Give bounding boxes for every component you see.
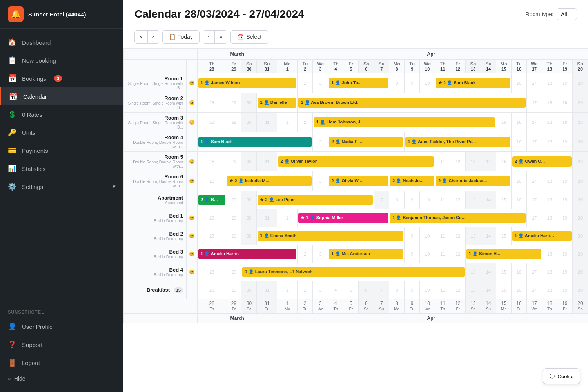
booking-bar-9-16[interactable]: 1 👤 Simon H... xyxy=(466,249,541,259)
booking-cell-0-7[interactable]: 1 👤 John To... xyxy=(328,73,389,93)
room-type-select[interactable]: All xyxy=(557,8,577,20)
booking-bar-4-19[interactable]: 2 👤 Owen O... xyxy=(512,156,572,167)
booking-bar-7-5[interactable]: ★ 1 👤 Sophia Miller xyxy=(298,213,388,223)
sidebar-item-payments[interactable]: 💳 Payments xyxy=(0,142,123,160)
booking-cell-4-4[interactable]: 2 👤 Oliver Taylor xyxy=(277,152,435,171)
bottom-date-19: 16Tu xyxy=(512,299,527,314)
booking-bar-9-0[interactable]: 1 👤 Amelia Harris xyxy=(198,249,296,259)
booking-cell-10-2[interactable]: 1 👤 Laura Timmons, LT Network xyxy=(241,263,466,281)
booking-bar-5-7[interactable]: 2 👤 Olivia W... xyxy=(329,176,388,186)
booking-cell-3-12[interactable]: 1 👤 Anne Fielder, The River Pe... xyxy=(405,132,512,152)
booking-cell-6-3[interactable]: ★ 2 👤 Lee Piper xyxy=(257,191,374,209)
select-label: Select xyxy=(246,34,261,40)
bottom-date-10: 7Su xyxy=(374,299,389,314)
day-header-20: We 17 xyxy=(526,60,542,73)
booking-bar-5-14[interactable]: 2 👤 Charlotte Jackso... xyxy=(436,176,510,186)
booking-bar-10-2[interactable]: 1 👤 Laura Timmons, LT Network xyxy=(242,267,465,277)
booking-bar-4-4[interactable]: 2 👤 Oliver Taylor xyxy=(278,156,434,167)
sidebar-item-settings[interactable]: ⚙️ Settings ▾ xyxy=(0,178,123,196)
booking-bar-7-11[interactable]: 1 👤 Benjamin Thomas, Jason Co... xyxy=(390,213,526,223)
footer-item-support[interactable]: ❓ Support xyxy=(0,336,123,354)
sidebar-item-bookings[interactable]: 📅 Bookings 3 xyxy=(0,69,123,87)
day-cell-1-22: 19 xyxy=(557,93,572,113)
booking-bar-0-7[interactable]: 1 👤 John To... xyxy=(329,78,388,88)
day-cell-3-20: 17 xyxy=(526,132,542,152)
day-cell-1-2: 30 xyxy=(241,93,257,113)
sidebar-item-calendar[interactable]: 📆 Calendar xyxy=(0,87,123,105)
day-header-3: Su 31 xyxy=(257,60,277,73)
booking-cell-3-0[interactable]: 1 👤 Sam Black xyxy=(198,132,313,152)
booking-cell-5-1[interactable]: ★ 2 👤 Isabella M... xyxy=(226,171,313,191)
booking-cell-9-16[interactable]: 1 👤 Simon H... xyxy=(466,245,542,263)
day-cell-7-20: 17 xyxy=(526,209,542,227)
sidebar-item-new-booking[interactable]: 📋 New booking xyxy=(0,51,123,69)
day-cell-11-2: 30 xyxy=(241,281,257,299)
booking-cell-6-0[interactable]: 2 👤 B... xyxy=(198,191,226,209)
day-cell-4-17: 14 xyxy=(481,152,496,171)
day-cell-0-19: 16 xyxy=(512,73,527,93)
day-cell-6-12: 9 xyxy=(405,191,420,209)
booking-bar-1-5[interactable]: 1 👤 Ava Brown, Brown Ltd. xyxy=(298,98,526,108)
booking-cell-7-5[interactable]: ★ 1 👤 Sophia Miller xyxy=(298,209,389,227)
month-april: April xyxy=(277,49,588,60)
booking-cell-4-19[interactable]: 2 👤 Owen O... xyxy=(512,152,573,171)
booking-bar-3-0[interactable]: 1 👤 Sam Black xyxy=(198,137,312,147)
booking-bar-5-1[interactable]: ★ 2 👤 Isabella M... xyxy=(227,176,312,186)
booking-bar-6-3[interactable]: ★ 2 👤 Lee Piper xyxy=(258,195,373,205)
bookings-icon: 📅 xyxy=(8,74,16,83)
booking-bar-9-7[interactable]: 1 👤 Mia Anderson xyxy=(329,249,403,259)
booking-cell-8-19[interactable]: 1 👤 Amelia Harri... xyxy=(512,227,573,245)
booking-cell-0-14[interactable]: ★ 1 👤 Sam Black xyxy=(435,73,512,93)
hide-button[interactable]: « Hide xyxy=(0,372,123,386)
day-cell-10-20: 17 xyxy=(526,263,542,281)
day-cell-2-3: 31 xyxy=(257,113,277,132)
nav-next-button[interactable]: › xyxy=(203,31,215,43)
booking-bar-3-7[interactable]: 2 👤 Nadia Fl... xyxy=(329,137,403,147)
day-cell-6-20: 17 xyxy=(526,191,542,209)
today-button[interactable]: 📋 Today xyxy=(162,30,199,44)
day-cell-11-11: 8 xyxy=(389,281,405,299)
footer-item-logout[interactable]: 🚪 Logout xyxy=(0,354,123,372)
booking-bar-2-6[interactable]: 1 👤 Liam Johnson, J... xyxy=(314,117,495,127)
nav-prev-button[interactable]: ‹ xyxy=(148,31,159,43)
booking-bar-0-14[interactable]: ★ 1 👤 Sam Black xyxy=(436,78,510,88)
nav-first-button[interactable]: « xyxy=(135,31,148,43)
booking-cell-1-3[interactable]: 1 👤 Danielle xyxy=(257,93,298,113)
day-cell-1-1: 29 xyxy=(226,93,241,113)
booking-cell-9-0[interactable]: 1 👤 Amelia Harris xyxy=(198,245,298,263)
booking-cell-5-11[interactable]: 2 👤 Noah Jo... xyxy=(389,171,435,191)
day-cell-8-0: 28 xyxy=(198,227,226,245)
booking-cell-5-7[interactable]: 2 👤 Olivia W... xyxy=(328,171,389,191)
sidebar-label-settings: Settings xyxy=(22,183,43,190)
sidebar-item-statistics[interactable]: 📊 Statistics xyxy=(0,160,123,178)
footer-item-user-profile[interactable]: 👤 User Profile xyxy=(0,318,123,336)
booking-bar-8-19[interactable]: 1 👤 Amelia Harri... xyxy=(512,231,572,241)
booking-cell-5-14[interactable]: 2 👤 Charlotte Jackso... xyxy=(435,171,512,191)
select-button[interactable]: 📅 Select xyxy=(230,30,268,44)
calendar-container[interactable]: MarchApril Th 28 Fr 29 Sa 30 Su 31 Mo 1 … xyxy=(123,49,588,392)
cookie-label: Cookie xyxy=(558,374,573,379)
booking-bar-1-3[interactable]: 1 👤 Danielle xyxy=(258,98,296,108)
day-header-13: We 10 xyxy=(420,60,435,73)
booking-cell-9-7[interactable]: 1 👤 Mia Anderson xyxy=(328,245,405,263)
booking-cell-0-0[interactable]: 1 👤 James Wilson xyxy=(198,73,298,93)
day-cell-11-5: 2 xyxy=(298,281,313,299)
day-header-23: Sa 20 xyxy=(572,60,588,73)
booking-bar-0-0[interactable]: 1 👤 James Wilson xyxy=(198,78,296,88)
nav-last-button[interactable]: » xyxy=(215,31,227,43)
booking-bar-3-12[interactable]: 1 👤 Anne Fielder, The River Pe... xyxy=(405,137,510,147)
day-cell-8-17: 14 xyxy=(481,227,496,245)
sidebar-item-units[interactable]: 🔑 Units xyxy=(0,123,123,142)
booking-cell-7-11[interactable]: 1 👤 Benjamin Thomas, Jason Co... xyxy=(389,209,527,227)
booking-cell-1-5[interactable]: 1 👤 Ava Brown, Brown Ltd. xyxy=(298,93,527,113)
booking-cell-3-7[interactable]: 2 👤 Nadia Fl... xyxy=(328,132,405,152)
sidebar-item-dashboard[interactable]: 🏠 Dashboard xyxy=(0,33,123,51)
booking-bar-6-0[interactable]: 2 👤 B... xyxy=(198,195,225,205)
booking-bar-8-3[interactable]: 1 👤 Emma Smith xyxy=(258,231,403,241)
booking-cell-8-3[interactable]: 1 👤 Emma Smith xyxy=(257,227,405,245)
booking-cell-2-6[interactable]: 1 👤 Liam Johnson, J... xyxy=(313,113,496,132)
sidebar-item-rates[interactable]: 💲 0 Rates xyxy=(0,105,123,123)
day-cell-10-18: 15 xyxy=(496,263,512,281)
cookie-button[interactable]: ⓘ Cookie xyxy=(543,368,580,384)
booking-bar-5-11[interactable]: 2 👤 Noah Jo... xyxy=(390,176,434,186)
